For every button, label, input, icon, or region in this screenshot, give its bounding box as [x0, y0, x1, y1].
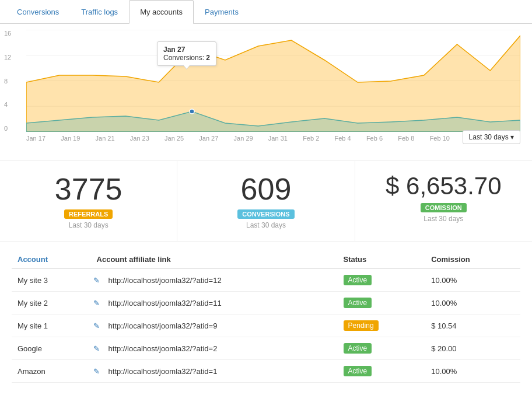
commission-number: $ 6,653.70: [361, 173, 526, 200]
x-label: Jan 27: [199, 135, 218, 142]
cell-status: Pending: [338, 314, 426, 337]
table-row: My site 2 ✎ http://localhost/joomla32/?a…: [12, 292, 520, 314]
col-status: Status: [338, 250, 426, 269]
cell-link: http://localhost/joomla32/?atid=12: [103, 269, 338, 292]
cell-link: http://localhost/joomla32/?atid=1: [103, 360, 338, 383]
cell-account: My site 3: [12, 269, 91, 292]
y-label-12: 12: [4, 54, 11, 61]
cell-status: Active: [338, 337, 426, 360]
col-link: Account affiliate link: [91, 250, 338, 269]
tab-traffic-logs[interactable]: Traffic logs: [70, 0, 129, 24]
commission-badge: COMISSION: [421, 203, 467, 212]
stat-commission: $ 6,653.70 COMISSION Last 30 days: [355, 161, 532, 241]
tab-payments[interactable]: Payments: [194, 0, 250, 24]
x-axis: Jan 17 Jan 19 Jan 21 Jan 23 Jan 25 Jan 2…: [26, 135, 520, 142]
cell-commission: 10.00%: [425, 269, 520, 292]
cell-edit-icon[interactable]: ✎: [91, 269, 103, 292]
table-row: Google ✎ http://localhost/joomla32/?atid…: [12, 337, 520, 360]
tabs-bar: Conversions Traffic logs My accounts Pay…: [0, 0, 532, 24]
chart-tooltip: Jan 27 Conversions: 2: [157, 41, 216, 66]
cell-commission: 10.00%: [425, 292, 520, 314]
conversions-badge: CONVERSIONS: [237, 209, 294, 219]
x-label: Jan 19: [61, 135, 80, 142]
cell-status: Active: [338, 292, 426, 314]
stats-row: 3775 REFERRALS Last 30 days 609 CONVERSI…: [0, 161, 532, 242]
x-label: Feb 10: [430, 135, 450, 142]
cell-edit-icon[interactable]: ✎: [91, 360, 103, 383]
y-label-4: 4: [4, 101, 11, 108]
accounts-table: Account Account affiliate link Status Co…: [12, 250, 520, 383]
referrals-badge: REFERRALS: [64, 209, 113, 219]
cell-status: Active: [338, 269, 426, 292]
svg-point-7: [190, 109, 194, 114]
cell-link: http://localhost/joomla32/?atid=2: [103, 337, 338, 360]
stat-referrals: 3775 REFERRALS Last 30 days: [0, 161, 177, 241]
tab-my-accounts[interactable]: My accounts: [129, 0, 194, 24]
x-label: Jan 23: [130, 135, 149, 142]
chart-svg: [26, 30, 520, 132]
cell-link: http://localhost/joomla32/?atid=11: [103, 292, 338, 314]
col-commission: Comission: [425, 250, 520, 269]
cell-edit-icon[interactable]: ✎: [91, 292, 103, 314]
cell-commission: $ 20.00: [425, 337, 520, 360]
date-range-button[interactable]: Last 30 days ▾: [463, 130, 520, 144]
table-row: My site 3 ✎ http://localhost/joomla32/?a…: [12, 269, 520, 292]
stat-conversions: 609 CONVERSIONS Last 30 days: [177, 161, 355, 241]
chart-container: 16 12 8 4 0 Jan 27 Conversions: 2: [0, 24, 532, 161]
x-label: Feb 2: [303, 135, 319, 142]
y-label-0: 0: [4, 125, 11, 132]
cell-account: My site 2: [12, 292, 91, 314]
col-account: Account: [12, 250, 91, 269]
tooltip-value: Conversions: 2: [163, 54, 210, 62]
conversions-sublabel: Last 30 days: [183, 221, 348, 229]
tooltip-date: Jan 27: [163, 46, 210, 54]
x-label: Feb 4: [335, 135, 351, 142]
cell-account: My site 1: [12, 314, 91, 337]
cell-account: Amazon: [12, 360, 91, 383]
tab-conversions[interactable]: Conversions: [6, 0, 70, 24]
y-label-8: 8: [4, 78, 11, 85]
x-label: Feb 8: [398, 135, 414, 142]
x-label: Jan 31: [268, 135, 288, 142]
table-row: My site 1 ✎ http://localhost/joomla32/?a…: [12, 314, 520, 337]
cell-link: http://localhost/joomla32/?atid=9: [103, 314, 338, 337]
table-row: Amazon ✎ http://localhost/joomla32/?atid…: [12, 360, 520, 383]
cell-edit-icon[interactable]: ✎: [91, 337, 103, 360]
x-label: Jan 21: [96, 135, 115, 142]
x-label: Jan 29: [234, 135, 253, 142]
cell-account: Google: [12, 337, 91, 360]
x-label: Jan 17: [26, 135, 46, 142]
referrals-number: 3775: [6, 173, 171, 206]
y-label-16: 16: [4, 30, 11, 37]
cell-commission: $ 10.54: [425, 314, 520, 337]
cell-edit-icon[interactable]: ✎: [91, 314, 103, 337]
commission-sublabel: Last 30 days: [361, 215, 526, 223]
cell-commission: 10.00%: [425, 360, 520, 383]
conversions-number: 609: [183, 173, 348, 206]
table-section: Account Account affiliate link Status Co…: [0, 242, 532, 389]
x-label: Feb 6: [366, 135, 383, 142]
x-label: Jan 25: [164, 135, 184, 142]
cell-status: Active: [338, 360, 426, 383]
referrals-sublabel: Last 30 days: [6, 221, 171, 229]
